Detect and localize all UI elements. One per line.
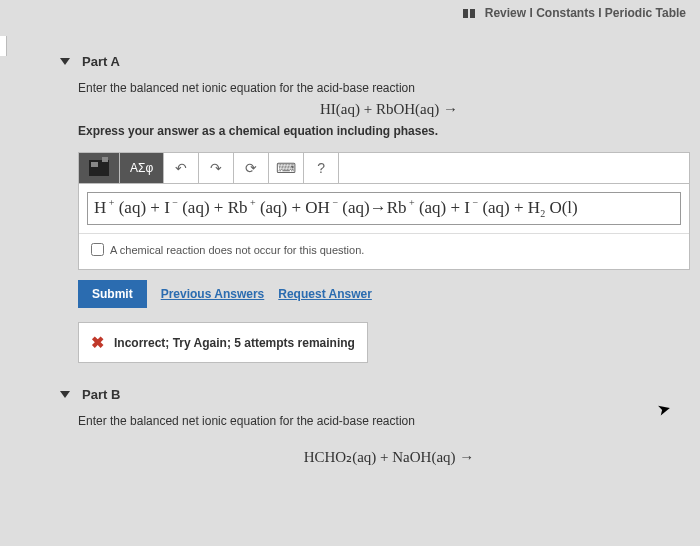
part-b-given-equation: HCHO₂(aq) + NaOH(aq) →	[78, 448, 700, 466]
caret-down-icon	[60, 391, 70, 398]
review-link[interactable]: Review	[485, 6, 526, 20]
formula-toolbar: ΑΣφ ↶ ↷ ⟳ ⌨ ?	[79, 153, 689, 184]
answer-input[interactable]: H + (aq) + I − (aq) + Rb + (aq) + OH − (…	[87, 192, 681, 225]
part-b-header[interactable]: Part B	[60, 387, 700, 402]
keyboard-button[interactable]: ⌨	[269, 153, 304, 183]
incorrect-x-icon: ✖	[91, 333, 104, 352]
no-reaction-label: A chemical reaction does not occur for t…	[110, 244, 364, 256]
previous-answers-link[interactable]: Previous Answers	[161, 287, 265, 301]
sep: I	[598, 6, 601, 20]
part-a-title: Part A	[82, 54, 120, 69]
part-b-prompt: Enter the balanced net ionic equation fo…	[78, 414, 700, 428]
feedback-box: ✖ Incorrect; Try Again; 5 attempts remai…	[78, 322, 368, 363]
caret-down-icon	[60, 58, 70, 65]
part-a-instruction: Express your answer as a chemical equati…	[78, 124, 700, 138]
action-row: Submit Previous Answers Request Answer	[78, 280, 700, 308]
answer-panel: ΑΣφ ↶ ↷ ⟳ ⌨ ? H + (aq) + I − (aq) + Rb +…	[78, 152, 690, 270]
part-a-header[interactable]: Part A	[60, 54, 700, 69]
template-icon	[89, 160, 109, 176]
periodic-table-link[interactable]: Periodic Table	[605, 6, 686, 20]
answer-row: H + (aq) + I − (aq) + Rb + (aq) + OH − (…	[79, 184, 689, 233]
template-button[interactable]	[79, 153, 120, 183]
top-links-bar: Review I Constants I Periodic Table	[0, 0, 700, 20]
greek-button[interactable]: ΑΣφ	[120, 153, 164, 183]
main-content: Part A Enter the balanced net ionic equa…	[0, 20, 700, 466]
flag-icon	[463, 9, 475, 18]
no-reaction-checkbox[interactable]	[91, 243, 104, 256]
no-reaction-row[interactable]: A chemical reaction does not occur for t…	[79, 233, 689, 269]
request-answer-link[interactable]: Request Answer	[278, 287, 372, 301]
part-b-title: Part B	[82, 387, 120, 402]
part-a-given-equation: HI(aq) + RbOH(aq) →	[78, 101, 700, 118]
reset-button[interactable]: ⟳	[234, 153, 269, 183]
part-b-body: Enter the balanced net ionic equation fo…	[60, 402, 700, 466]
part-a-prompt: Enter the balanced net ionic equation fo…	[78, 81, 700, 95]
sep: I	[529, 6, 532, 20]
page-edge-stub	[0, 36, 7, 56]
constants-link[interactable]: Constants	[536, 6, 595, 20]
help-button[interactable]: ?	[304, 153, 339, 183]
undo-button[interactable]: ↶	[164, 153, 199, 183]
feedback-text: Incorrect; Try Again; 5 attempts remaini…	[114, 336, 355, 350]
redo-button[interactable]: ↷	[199, 153, 234, 183]
part-a-body: Enter the balanced net ionic equation fo…	[60, 69, 700, 363]
submit-button[interactable]: Submit	[78, 280, 147, 308]
